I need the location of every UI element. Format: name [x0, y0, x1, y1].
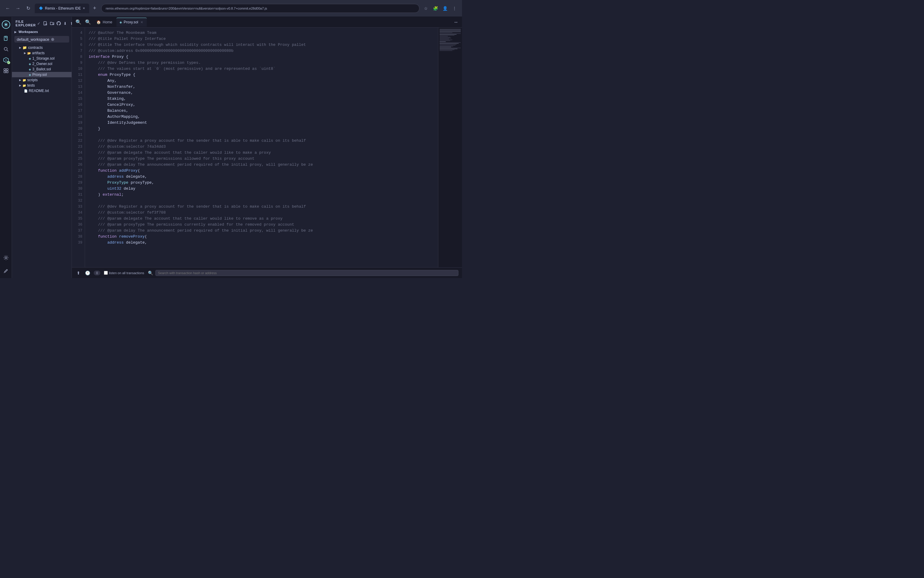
proxy-sol-close-button[interactable]: ✕ [140, 20, 144, 24]
code-line-7: /// @custom:address 0x000000000000000000… [89, 48, 438, 54]
svg-rect-3 [4, 36, 7, 41]
address-bar[interactable]: remix.ethereum.org/#optimize=false&runs=… [101, 4, 419, 13]
minimap-line [440, 39, 449, 39]
new-tab-button[interactable]: + [91, 4, 99, 13]
ln-25: 25 [72, 156, 85, 162]
tree-item-artifacts[interactable]: ▶ 📂 artifacts [12, 50, 71, 56]
ln-37: 37 [72, 228, 85, 234]
ln-23: 23 [72, 144, 85, 150]
tests-folder-label: tests [27, 83, 35, 88]
ln-31: 31 [72, 192, 85, 198]
file-tree: ▶ 📁 contracts ▶ 📂 artifacts ◈ 1_Storage.… [12, 44, 71, 278]
code-line-11: enum ProxyType { [89, 72, 438, 78]
minimap-line [440, 46, 453, 46]
minimap-line [440, 31, 461, 32]
code-line-20: } [89, 126, 438, 132]
tree-item-1storage[interactable]: ◈ 1_Storage.sol [12, 56, 71, 61]
scroll-top-button[interactable]: ⬆ [76, 270, 81, 276]
github-button[interactable] [56, 20, 61, 26]
reload-button[interactable]: ↻ [24, 4, 32, 13]
proxy-sol-tab-icon: ◈ [120, 20, 122, 24]
search-hash-input[interactable] [155, 270, 458, 276]
code-line-32 [89, 198, 438, 204]
bookmarks-button[interactable]: ☆ [422, 5, 430, 12]
browser-controls: ← → ↻ [3, 0, 32, 17]
status-search: 🔍 [148, 270, 458, 276]
ln-18: 18 [72, 114, 85, 120]
profile-button[interactable]: 👤 [441, 5, 449, 12]
tree-item-scripts[interactable]: ▶ 📁 scripts [12, 77, 71, 83]
minimap-line [440, 39, 452, 40]
new-folder-button[interactable] [49, 20, 55, 26]
tree-item-contracts[interactable]: ▶ 📁 contracts [12, 45, 71, 50]
svg-rect-11 [4, 71, 6, 73]
tools-activity-button[interactable] [1, 266, 11, 276]
scripts-arrow-icon: ▶ [19, 78, 21, 81]
ln-38: 38 [72, 234, 85, 240]
ln-20: 20 [72, 126, 85, 132]
tree-item-readme[interactable]: 📄 README.txt [12, 88, 71, 94]
minimap-line [440, 35, 455, 36]
2owner-file-icon: ◈ [29, 62, 31, 66]
minimap-line [440, 36, 448, 37]
search-icon[interactable]: 🔍 [74, 18, 83, 26]
minimap-line [440, 43, 459, 44]
code-line-34: /// @custom:selector fef3f708 [89, 210, 438, 216]
zoom-out-icon[interactable]: 🔍 [84, 18, 92, 26]
code-content[interactable]: /// @author The Moonbeam Team /// @title… [85, 28, 438, 267]
tree-item-proxy[interactable]: ◈ Proxy.sol [12, 72, 71, 77]
line-numbers: 4 5 6 7 8 9 10 11 12 13 14 15 16 17 18 1… [72, 28, 85, 267]
svg-line-6 [7, 50, 8, 51]
tree-item-2owner[interactable]: ◈ 2_Owner.sol [12, 61, 71, 67]
workspace-selector[interactable]: default_workspace ⊕ [15, 36, 69, 42]
plugin-activity-button[interactable] [1, 66, 11, 76]
workspace-menu-button[interactable]: ⊕ [51, 37, 55, 42]
files-activity-button[interactable] [1, 34, 11, 43]
proxy-file-label: Proxy.sol [32, 73, 47, 77]
settings-activity-button[interactable] [1, 253, 11, 263]
artifacts-arrow-icon: ▶ [24, 52, 26, 55]
ln-9: 9 [72, 60, 85, 66]
contracts-folder-label: contracts [28, 45, 43, 50]
download-button[interactable]: ⬇ [62, 20, 68, 26]
ln-11: 11 [72, 72, 85, 78]
status-left: ⬆ 🕐 0 [76, 270, 100, 276]
tree-item-3ballot[interactable]: ◈ 3_Ballot.sol [12, 67, 71, 72]
svg-rect-14 [44, 21, 46, 25]
svg-rect-10 [6, 68, 8, 70]
browser-tab-close[interactable]: ✕ [83, 6, 85, 10]
search-activity-button[interactable] [1, 44, 11, 54]
code-line-24: /// @param delegate The account that the… [89, 150, 438, 156]
ln-5: 5 [72, 36, 85, 42]
ln-30: 30 [72, 186, 85, 192]
extensions-button[interactable]: 🧩 [432, 5, 439, 12]
menu-button[interactable]: ⋮ [451, 5, 458, 12]
clock-button[interactable]: 🕐 [84, 270, 91, 276]
code-line-25: /// @param proxyType The permissions all… [89, 156, 438, 162]
ln-13: 13 [72, 84, 85, 90]
check-button[interactable]: ✓ [36, 20, 42, 26]
ln-17: 17 [72, 108, 85, 114]
browser-tab-remix[interactable]: 🔷 Remix - Ethereum IDE ✕ [35, 3, 89, 13]
forward-button[interactable]: → [14, 4, 22, 13]
solidity-activity-button[interactable]: S ✓ [1, 55, 11, 65]
code-line-23: /// @custom:selector 74a34dd3 [89, 144, 438, 150]
minimap-line [440, 41, 450, 41]
new-file-button[interactable] [42, 20, 49, 26]
ln-26: 26 [72, 162, 85, 168]
workspace-label[interactable]: Workspaces [19, 30, 38, 34]
listen-checkbox[interactable] [104, 271, 108, 275]
tab-home[interactable]: 🏠 Home [94, 18, 115, 27]
scripts-folder-label: scripts [27, 78, 38, 82]
editor-area: 🔍 🔍 🏠 Home ◈ Proxy.sol ✕ ↔ 4 5 6 7 8 9 [72, 17, 462, 278]
code-line-16: CancelProxy, [89, 102, 438, 108]
expand-editor-button[interactable]: ↔ [452, 18, 460, 26]
tab-proxy-sol[interactable]: ◈ Proxy.sol ✕ [117, 18, 147, 27]
browser-tab-title: Remix - Ethereum IDE [45, 6, 81, 10]
minimap-line [440, 30, 461, 30]
ln-14: 14 [72, 90, 85, 96]
code-line-6: /// @title The interface through which s… [89, 42, 438, 48]
tree-item-tests[interactable]: ▶ 📁 tests [12, 83, 71, 88]
ln-29: 29 [72, 180, 85, 186]
back-button[interactable]: ← [3, 4, 12, 13]
